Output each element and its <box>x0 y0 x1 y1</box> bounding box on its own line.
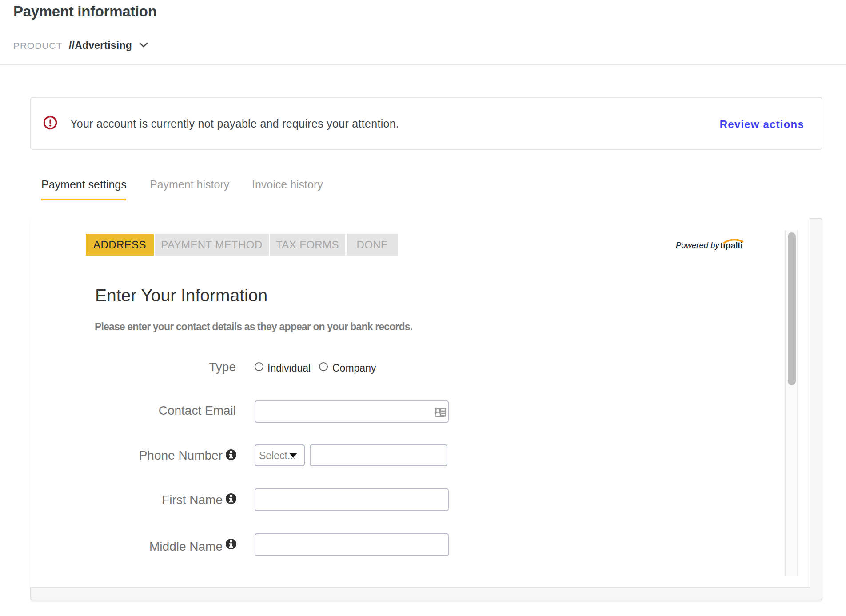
svg-text:tipalti: tipalti <box>720 240 743 250</box>
svg-text:Powered by: Powered by <box>676 240 720 250</box>
